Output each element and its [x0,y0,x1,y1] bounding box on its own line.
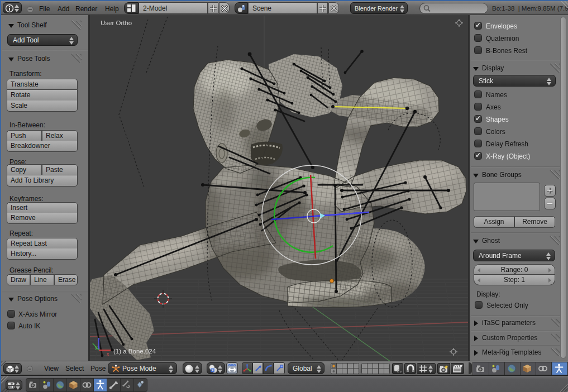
svg-text:y: y [95,345,98,350]
svg-text:(1) a Bone.024: (1) a Bone.024 [113,348,156,355]
svg-text:x: x [107,351,109,357]
svg-text:User Ortho: User Ortho [101,20,132,26]
